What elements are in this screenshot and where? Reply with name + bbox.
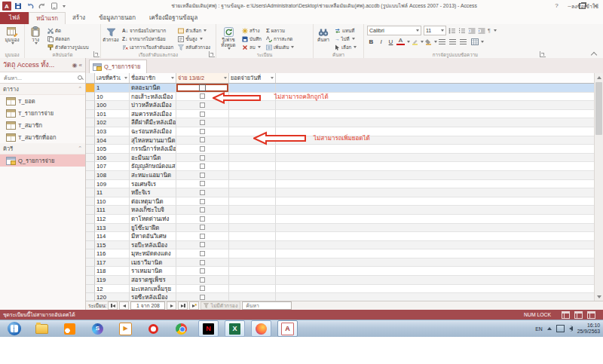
checkbox-icon[interactable] bbox=[200, 93, 205, 99]
record-selector[interactable] bbox=[86, 188, 95, 197]
record-search-box[interactable] bbox=[242, 301, 292, 310]
taskbar-netflix[interactable]: N bbox=[198, 320, 219, 337]
cell-paid-date[interactable] bbox=[229, 171, 276, 180]
cell-household-id[interactable]: 102 bbox=[95, 118, 130, 127]
table-row[interactable]: 109รอเศษจิเร bbox=[86, 180, 595, 189]
highlight-color-icon[interactable] bbox=[412, 38, 418, 45]
checkbox-icon[interactable] bbox=[200, 146, 205, 151]
select-button[interactable]: เลือก bbox=[333, 43, 358, 51]
cell-paid-checkbox[interactable] bbox=[176, 249, 229, 258]
column-header[interactable]: เลขที่ครัวเ bbox=[95, 73, 130, 83]
checkbox-icon[interactable] bbox=[200, 216, 205, 222]
cell-paid-date[interactable] bbox=[229, 180, 276, 189]
table-row[interactable]: 11หยีะจิเร bbox=[86, 188, 595, 197]
cell-household-id[interactable]: 106 bbox=[95, 154, 130, 163]
copy-button[interactable]: คัดลอก bbox=[46, 35, 90, 43]
filter-button[interactable]: ตัวกรอง bbox=[101, 25, 121, 42]
new-record-button[interactable]: สร้าง bbox=[240, 26, 263, 35]
tab-home[interactable]: หน้าแรก bbox=[29, 12, 66, 24]
column-header[interactable]: จ่าย 13/8/2 bbox=[176, 73, 229, 83]
table-row[interactable]: 111หลงเก็ซะใบจิ bbox=[86, 206, 595, 215]
checkbox-icon[interactable] bbox=[200, 155, 205, 161]
cell-paid-date[interactable] bbox=[229, 232, 276, 241]
tab-file[interactable]: ไฟล์ bbox=[0, 12, 29, 24]
cell-member-name[interactable]: หลงเก็ซะใบจิ bbox=[130, 206, 176, 215]
cell-paid-date[interactable] bbox=[229, 162, 276, 171]
undo-icon[interactable] bbox=[26, 2, 34, 11]
column-header[interactable]: ชื่อสมาชิก bbox=[130, 73, 176, 83]
record-selector[interactable] bbox=[86, 171, 95, 180]
checkbox-icon[interactable] bbox=[200, 260, 205, 265]
current-record-box[interactable]: 1 จาก 208 bbox=[130, 301, 165, 310]
cell-household-id[interactable]: 112 bbox=[95, 215, 130, 224]
cell-paid-date[interactable] bbox=[229, 276, 276, 285]
taskbar-browser-swirl[interactable]: S bbox=[88, 321, 107, 336]
first-record-button[interactable] bbox=[108, 301, 118, 310]
nav-item-query[interactable]: Q_รายการจ่าย bbox=[0, 154, 85, 167]
align-left-icon[interactable] bbox=[439, 39, 445, 44]
cell-household-id[interactable]: 110 bbox=[95, 197, 130, 206]
collapse-ribbon-icon[interactable] bbox=[591, 52, 597, 56]
network-icon[interactable] bbox=[556, 325, 565, 332]
table-row[interactable]: 10กอเส้าะหลังเมือง bbox=[86, 93, 595, 102]
nav-item-table[interactable]: T_สมาชิก bbox=[0, 119, 85, 131]
cell-paid-date[interactable] bbox=[229, 241, 276, 250]
cell-paid-date[interactable] bbox=[229, 285, 276, 294]
cell-member-name[interactable]: ลีดีฝาดีมีะหลังเมือ bbox=[130, 118, 176, 127]
gridlines-icon[interactable] bbox=[471, 38, 479, 45]
next-record-button[interactable] bbox=[167, 301, 176, 310]
checkbox-icon[interactable] bbox=[200, 102, 205, 108]
record-selector[interactable] bbox=[86, 258, 95, 268]
cell-household-id[interactable]: 109 bbox=[95, 180, 130, 189]
record-selector[interactable] bbox=[86, 215, 95, 224]
checkbox-icon[interactable] bbox=[200, 286, 205, 291]
tab-database-tools[interactable]: เครื่องมือฐานข้อมูล bbox=[142, 12, 204, 24]
paste-button[interactable]: วาง bbox=[25, 25, 46, 44]
cell-member-name[interactable]: รอเศษจิเร bbox=[130, 180, 176, 189]
cell-paid-checkbox[interactable] bbox=[176, 206, 229, 215]
checkbox-icon[interactable] bbox=[200, 225, 205, 230]
record-selector[interactable] bbox=[86, 285, 95, 294]
delete-record-button[interactable]: ลบ bbox=[240, 43, 263, 51]
decrease-indent-icon[interactable] bbox=[468, 28, 476, 34]
advanced-filter-button[interactable]: ขั้นสูง bbox=[176, 35, 212, 43]
scroll-down-icon[interactable] bbox=[597, 295, 601, 298]
nav-item-table[interactable]: T_ยอด bbox=[0, 95, 85, 107]
sql-view-shortcut-icon[interactable] bbox=[574, 311, 583, 319]
cell-household-id[interactable]: 101 bbox=[95, 110, 130, 119]
cell-member-name[interactable]: บ่าวหลีหลังเมือง bbox=[130, 101, 176, 110]
cell-member-name[interactable]: มะเหลกเหล็มรุย bbox=[130, 285, 176, 294]
filter-status-chip[interactable]: ไม่มีตัวกรอง bbox=[200, 301, 240, 310]
save-icon[interactable] bbox=[14, 2, 22, 11]
table-row[interactable]: 12มะเหลกเหล็มรุย bbox=[86, 285, 595, 294]
cut-button[interactable]: ตัด bbox=[46, 26, 90, 35]
cell-household-id[interactable]: 117 bbox=[95, 258, 130, 268]
record-selector[interactable] bbox=[86, 93, 95, 102]
pushpin-icon[interactable]: ◉ bbox=[72, 62, 78, 69]
text-formatting-dialog-launcher-icon[interactable] bbox=[540, 51, 546, 57]
save-record-button[interactable]: บันทึก bbox=[240, 35, 263, 43]
toggle-filter-button[interactable]: สลับตัวกรอง bbox=[176, 43, 212, 51]
checkbox-icon[interactable] bbox=[200, 268, 205, 274]
nav-section-header-table[interactable]: ตาราง⌃ bbox=[0, 84, 85, 95]
checkbox-icon[interactable] bbox=[200, 234, 205, 239]
last-record-button[interactable] bbox=[178, 301, 188, 310]
filter-dropdown-icon[interactable] bbox=[271, 77, 274, 79]
taskbar-firefox[interactable] bbox=[251, 320, 271, 337]
record-selector[interactable] bbox=[86, 180, 95, 189]
checkbox-icon[interactable] bbox=[200, 277, 205, 283]
cell-paid-date[interactable] bbox=[229, 84, 276, 93]
taskbar-chrome[interactable] bbox=[172, 321, 191, 336]
checkbox-icon[interactable] bbox=[200, 120, 205, 125]
current-cell[interactable] bbox=[176, 84, 228, 92]
record-selector[interactable] bbox=[86, 118, 95, 127]
taskbar-opera[interactable] bbox=[144, 321, 163, 336]
cell-paid-checkbox[interactable] bbox=[176, 224, 229, 233]
table-row[interactable]: 102ลีดีฝาดีมีะหลังเมือ bbox=[86, 118, 595, 127]
cell-household-id[interactable]: 116 bbox=[95, 249, 130, 258]
cell-paid-date[interactable] bbox=[229, 118, 276, 127]
cell-member-name[interactable]: ดลอะมานีด bbox=[130, 84, 176, 93]
record-selector[interactable] bbox=[86, 197, 95, 206]
record-selector[interactable] bbox=[86, 101, 95, 110]
record-search-input[interactable] bbox=[244, 302, 289, 309]
